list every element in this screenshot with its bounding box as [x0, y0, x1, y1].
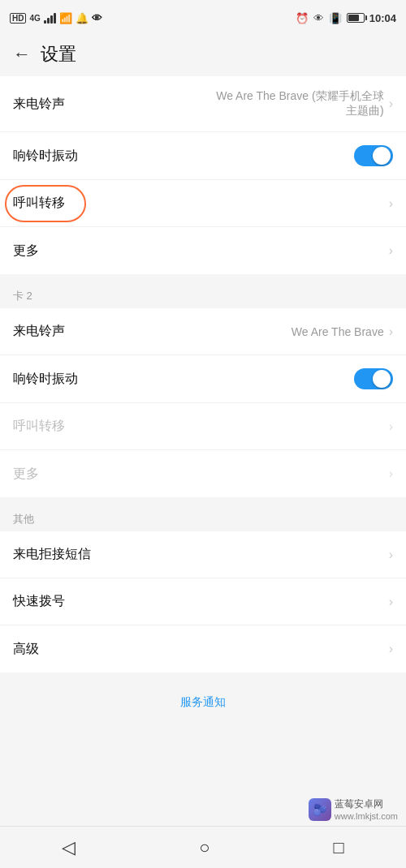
status-left: HD 4G 📶 🔔 👁 [10, 12, 102, 24]
vibrate-icon: 📳 [329, 12, 342, 24]
card3-section-label: 其他 [0, 504, 406, 531]
chevron-icon: › [389, 196, 393, 211]
reject-sms-label: 来电拒接短信 [13, 546, 91, 563]
chevron-icon: › [389, 324, 393, 339]
vibrate-label-1: 响铃时振动 [13, 148, 78, 165]
advanced-label: 高级 [13, 641, 39, 658]
vibrate-label-2: 响铃时振动 [13, 371, 78, 388]
chevron-icon: › [389, 548, 393, 562]
watermark-text: 蓝莓安卓网 www.lmkjst.com [335, 797, 398, 821]
ringtone-label-2: 来电铃声 [13, 323, 65, 340]
reject-sms-row[interactable]: 来电拒接短信 › [0, 531, 406, 578]
vibrate-toggle-1[interactable] [354, 145, 393, 166]
call-forward-label-2: 呼叫转移 [13, 418, 65, 435]
page-title: 设置 [41, 42, 76, 67]
chevron-icon: › [389, 97, 393, 111]
ringtone-right-2: We Are The Brave › [292, 324, 393, 339]
chevron-icon: › [389, 642, 393, 656]
page-header: ← 设置 [0, 36, 406, 76]
call-forward-row-1[interactable]: 呼叫转移 › [0, 180, 406, 227]
advanced-row[interactable]: 高级 › [0, 625, 406, 672]
ringtone-row-2[interactable]: 来电铃声 We Are The Brave › [0, 308, 406, 355]
ringtone-label-1: 来电铃声 [13, 96, 65, 113]
battery-icon [347, 13, 365, 23]
vibrate-row-2[interactable]: 响铃时振动 [0, 355, 406, 403]
wifi-icon: 📶 [59, 12, 72, 24]
more-row-1[interactable]: 更多 › [0, 227, 406, 274]
card2-section-label: 卡 2 [0, 281, 406, 308]
back-nav-button[interactable]: ◁ [45, 831, 92, 865]
ringtone-value-1: We Are The Brave (荣耀手机全球主题曲) [205, 89, 384, 118]
more-label-2: 更多 [13, 466, 39, 483]
alarm-icon: ⏰ [296, 12, 309, 24]
recents-nav-button[interactable]: □ [317, 831, 361, 865]
back-button[interactable]: ← [13, 44, 31, 65]
toggle-knob-2 [373, 370, 391, 388]
ringtone-right-1: We Are The Brave (荣耀手机全球主题曲) › [205, 89, 393, 118]
4g-tag: 4G [29, 14, 40, 23]
bottom-nav: ◁ ○ □ [0, 826, 406, 868]
speed-dial-row[interactable]: 快速拨号 › [0, 578, 406, 625]
notification-icon: 🔔 [76, 12, 89, 24]
signal-icon [44, 12, 56, 24]
watermark: 🫐 蓝莓安卓网 www.lmkjst.com [309, 797, 398, 821]
card3-section: 来电拒接短信 › 快速拨号 › 高级 › [0, 531, 406, 672]
vibrate-toggle-2[interactable] [354, 368, 393, 389]
chevron-icon: › [389, 243, 393, 258]
chevron-icon: › [389, 466, 393, 481]
eye-status-icon: 👁 [313, 12, 324, 24]
ringtone-row-1[interactable]: 来电铃声 We Are The Brave (荣耀手机全球主题曲) › [0, 76, 406, 132]
chevron-icon: › [389, 419, 393, 434]
ringtone-value-2: We Are The Brave [292, 325, 384, 338]
status-right: ⏰ 👁 📳 10:04 [296, 12, 396, 24]
speed-dial-label: 快速拨号 [13, 593, 65, 610]
more-row-2: 更多 › [0, 450, 406, 497]
service-notice[interactable]: 服务通知 [0, 679, 406, 726]
call-forward-row-2: 呼叫转移 › [0, 403, 406, 450]
chevron-icon: › [389, 595, 393, 609]
watermark-logo: 🫐 [309, 798, 331, 821]
card1-section: 来电铃声 We Are The Brave (荣耀手机全球主题曲) › 响铃时振… [0, 76, 406, 274]
vibrate-row-1[interactable]: 响铃时振动 [0, 132, 406, 180]
toggle-knob [373, 147, 391, 165]
time-display: 10:04 [369, 12, 396, 24]
hd-tag: HD [10, 13, 26, 24]
more-label-1: 更多 [13, 243, 39, 260]
eye-icon: 👁 [92, 12, 102, 24]
call-forward-label-1: 呼叫转移 [13, 195, 65, 212]
home-nav-button[interactable]: ○ [183, 831, 226, 865]
card2-section: 来电铃声 We Are The Brave › 响铃时振动 呼叫转移 › 更多 … [0, 308, 406, 497]
status-bar: HD 4G 📶 🔔 👁 ⏰ 👁 📳 10:04 [0, 0, 406, 36]
